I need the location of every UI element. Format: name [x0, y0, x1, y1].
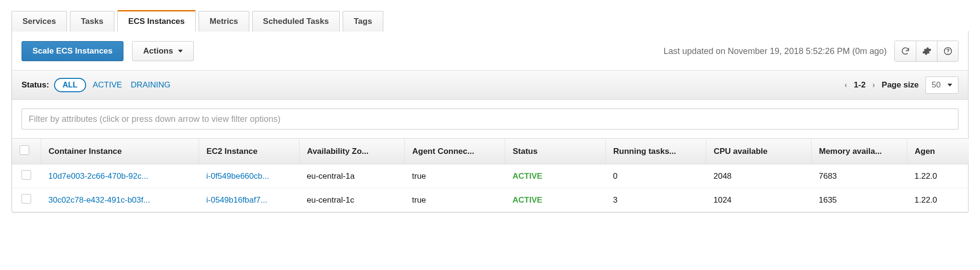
col-header-agent-connected[interactable]: Agent Connec...: [404, 139, 505, 164]
status-badge: ACTIVE: [512, 195, 542, 205]
cell-availability-zone: eu-central-1c: [299, 188, 404, 212]
refresh-button[interactable]: [895, 41, 916, 61]
page-size-value: 50: [932, 80, 941, 90]
tab-scheduled-tasks[interactable]: Scheduled Tasks: [252, 11, 340, 32]
tab-tags[interactable]: Tags: [343, 11, 383, 32]
col-header-ec2-instance[interactable]: EC2 Instance: [199, 139, 299, 164]
page-size-select[interactable]: 50: [925, 76, 958, 94]
table-row[interactable]: 30c02c78-e432-491c-b03f...i-0549b16fbaf7…: [12, 188, 969, 212]
tab-strip: Services Tasks ECS Instances Metrics Sch…: [0, 0, 980, 31]
refresh-icon: [901, 46, 910, 56]
select-all-checkbox[interactable]: [20, 145, 29, 155]
filter-input[interactable]: [22, 108, 958, 130]
cell-agent-connected: true: [404, 188, 505, 212]
status-filter-row: Status: ALL ACTIVE DRAINING ‹ 1-2 › Page…: [12, 70, 968, 100]
chevron-down-icon: [178, 50, 183, 53]
page-size-label: Page size: [882, 80, 919, 90]
cell-agent-version: 1.22.0: [907, 164, 969, 188]
cell-running-tasks: 3: [605, 188, 706, 212]
container-instance-link[interactable]: 30c02c78-e432-491c-b03f...: [48, 195, 150, 205]
chevron-down-icon: [947, 84, 952, 86]
ec2-instance-link[interactable]: i-0f549be660cb...: [206, 172, 269, 181]
table-header-row: Container Instance EC2 Instance Availabi…: [12, 139, 969, 164]
col-header-availability-zone[interactable]: Availability Zo...: [299, 139, 404, 164]
col-header-checkbox: [12, 139, 41, 164]
tab-metrics[interactable]: Metrics: [199, 11, 249, 32]
actions-dropdown[interactable]: Actions: [132, 41, 193, 61]
cell-agent-version: 1.22.0: [907, 188, 969, 212]
help-button[interactable]: [937, 41, 958, 61]
col-header-agent-version[interactable]: Agen: [907, 139, 969, 164]
gear-icon: [922, 46, 932, 56]
actions-label: Actions: [143, 46, 173, 56]
ec2-instance-link[interactable]: i-0549b16fbaf7...: [206, 195, 267, 205]
pager-prev[interactable]: ‹: [845, 80, 847, 90]
row-checkbox[interactable]: [22, 194, 31, 204]
tab-tasks[interactable]: Tasks: [70, 11, 114, 32]
cell-cpu-available: 2048: [706, 164, 811, 188]
row-checkbox[interactable]: [22, 170, 31, 180]
pager: ‹ 1-2 › Page size 50: [845, 76, 958, 94]
help-icon: [943, 46, 953, 56]
icon-button-group: [894, 41, 958, 62]
status-badge: ACTIVE: [512, 172, 542, 181]
cell-cpu-available: 1024: [706, 188, 811, 212]
tab-ecs-instances[interactable]: ECS Instances: [117, 10, 196, 32]
last-updated-text: Last updated on November 19, 2018 5:52:2…: [664, 46, 887, 56]
scale-ecs-instances-button[interactable]: Scale ECS Instances: [22, 41, 123, 61]
col-header-memory-available[interactable]: Memory availa...: [811, 139, 907, 164]
instances-table: Container Instance EC2 Instance Availabi…: [12, 138, 969, 212]
col-header-container-instance[interactable]: Container Instance: [41, 139, 199, 164]
toolbar: Scale ECS Instances Actions Last updated…: [12, 31, 968, 70]
cell-availability-zone: eu-central-1a: [299, 164, 404, 188]
cell-running-tasks: 0: [605, 164, 706, 188]
pager-next[interactable]: ›: [872, 80, 875, 90]
col-header-cpu-available[interactable]: CPU available: [706, 139, 811, 164]
filter-wrap: [12, 100, 968, 138]
cell-memory-available: 7683: [811, 164, 907, 188]
container-instance-link[interactable]: 10d7e003-2c66-470b-92c...: [48, 172, 148, 181]
pager-range: 1-2: [854, 80, 866, 90]
status-filter-draining[interactable]: DRAINING: [131, 80, 170, 90]
table-row[interactable]: 10d7e003-2c66-470b-92c...i-0f549be660cb.…: [12, 164, 969, 188]
cell-memory-available: 1635: [811, 188, 907, 212]
status-filter-all[interactable]: ALL: [54, 78, 86, 92]
col-header-status[interactable]: Status: [505, 139, 605, 164]
tab-services[interactable]: Services: [11, 11, 67, 32]
panel: Scale ECS Instances Actions Last updated…: [11, 31, 969, 213]
settings-button[interactable]: [916, 41, 937, 61]
status-label: Status:: [22, 80, 49, 90]
status-filter-active[interactable]: ACTIVE: [93, 80, 122, 90]
cell-agent-connected: true: [404, 164, 505, 188]
col-header-running-tasks[interactable]: Running tasks...: [605, 139, 706, 164]
